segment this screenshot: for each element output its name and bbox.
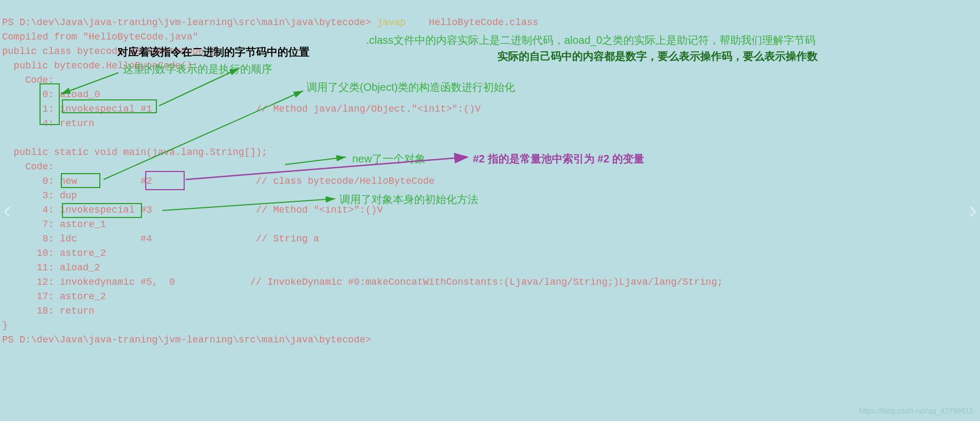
instruction-astore1: 7: astore_1 bbox=[2, 219, 106, 230]
instruction-aload0: 0: aload_0 bbox=[2, 89, 100, 100]
javap-command: javap bbox=[377, 17, 406, 28]
main-signature: public static void main(java.lang.String… bbox=[2, 147, 267, 158]
annotation-opcode-operand: 实际的自己码中的内容都是数字，要么表示操作码，要么表示操作数 bbox=[497, 48, 828, 64]
compiled-from: Compiled from "HelloByteCode.java" bbox=[2, 32, 198, 42]
instruction-aload2: 11: aload_2 bbox=[2, 262, 100, 273]
annotation-constant-pool-ref: #2 指的是常量池中索引为 #2 的变量 bbox=[473, 151, 644, 167]
close-brace: } bbox=[2, 320, 8, 331]
instruction-astore2-b: 17: astore_2 bbox=[2, 291, 106, 302]
next-chevron-icon[interactable]: › bbox=[969, 192, 977, 228]
prompt-line-2: PS D:\dev\Java\java-traning\jvm-learning… bbox=[2, 334, 371, 345]
annotation-parent-ctor: 调用了父类(Object)类的构造函数进行初始化 bbox=[306, 79, 515, 95]
annotation-order: 这里的数字表示的是执行的顺序 bbox=[123, 61, 283, 77]
annotation-position-title: 对应着该指令在二进制的字节码中的位置 bbox=[117, 44, 352, 60]
instruction-new: 0: new #2 // class bytecode/HelloByteCod… bbox=[2, 176, 434, 186]
prompt-line-1: PS D:\dev\Java\java-traning\jvm-learning… bbox=[2, 17, 539, 28]
javap-arg: HelloByteCode.class bbox=[429, 17, 538, 28]
annotation-self-init: 调用了对象本身的初始化方法 bbox=[339, 191, 478, 207]
instruction-invokespecial-1: 1: invokespecial #1 // Method java/lang/… bbox=[2, 104, 481, 114]
instruction-return-1: 4: return bbox=[2, 118, 94, 129]
instruction-dup: 3: dup bbox=[2, 190, 77, 201]
instruction-invokespecial-3: 4: invokespecial #3 // Method "<init>":(… bbox=[2, 205, 383, 215]
watermark-text: https://blog.csdn.net/qq_42799615 bbox=[859, 406, 974, 417]
annotation-new-object: new了一个对象 bbox=[352, 151, 425, 167]
instruction-astore2-a: 10: astore_2 bbox=[2, 248, 106, 259]
prev-chevron-icon[interactable]: ‹ bbox=[3, 192, 11, 228]
instruction-return-2: 18: return bbox=[2, 306, 94, 316]
annotation-class-content: .class文件中的内容实际上是二进制代码，aload_0之类的实际上是助记符，… bbox=[366, 32, 825, 48]
code-label: Code: bbox=[2, 75, 54, 85]
instruction-ldc: 8: ldc #4 // String a bbox=[2, 233, 319, 244]
code-label-2: Code: bbox=[2, 161, 54, 172]
instruction-invokedynamic: 12: invokedynamic #5, 0 // InvokeDynamic… bbox=[2, 277, 723, 287]
